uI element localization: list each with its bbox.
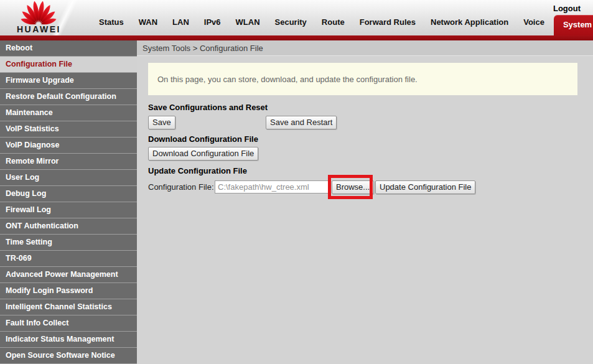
header: HUAWEI Logout StatusWANLANIPv6WLANSecuri… bbox=[0, 0, 593, 35]
tab-security[interactable]: Security bbox=[269, 14, 312, 30]
sidebar-item-ont-authentication[interactable]: ONT Authentication bbox=[0, 218, 137, 235]
sidebar-item-time-setting[interactable]: Time Setting bbox=[0, 235, 137, 251]
logout-button[interactable]: Logout bbox=[553, 4, 581, 13]
sidebar-item-advanced-power-management[interactable]: Advanced Power Management bbox=[0, 267, 137, 283]
tab-wlan[interactable]: WLAN bbox=[230, 14, 266, 30]
page-notice: On this page, you can store, download, a… bbox=[148, 63, 577, 95]
configuration-file-input[interactable] bbox=[215, 180, 329, 194]
update-configuration-file-button[interactable]: Update Configuration File bbox=[375, 180, 475, 194]
tab-forward-rules[interactable]: Forward Rules bbox=[354, 14, 421, 30]
sidebar-item-modify-login-password[interactable]: Modify Login Password bbox=[0, 283, 137, 299]
sidebar-item-voip-diagnose[interactable]: VoIP Diagnose bbox=[0, 138, 137, 154]
tab-ipv6[interactable]: IPv6 bbox=[198, 14, 226, 30]
sidebar-item-restore-default-configuration[interactable]: Restore Default Configuration bbox=[0, 89, 137, 105]
save-section-heading: Save Configurations and Reset bbox=[148, 103, 268, 112]
tab-system-tools[interactable]: System Tools bbox=[554, 15, 593, 35]
download-section-heading: Download Configuration File bbox=[148, 134, 258, 144]
brand-wordmark: HUAWEI bbox=[17, 24, 61, 34]
tab-route[interactable]: Route bbox=[316, 14, 350, 30]
breadcrumb: System Tools > Configuration File bbox=[137, 40, 593, 56]
sidebar-menu: RebootConfiguration FileFirmware Upgrade… bbox=[0, 40, 137, 364]
sidebar-item-maintenance[interactable]: Maintenance bbox=[0, 105, 137, 121]
main-content: On this page, you can store, download, a… bbox=[137, 57, 593, 364]
tab-status[interactable]: Status bbox=[93, 14, 129, 30]
configuration-file-label: Configuration File: bbox=[148, 180, 214, 194]
page: HUAWEI Logout StatusWANLANIPv6WLANSecuri… bbox=[0, 0, 593, 364]
breadcrumb-bar: System Tools > Configuration File bbox=[137, 40, 593, 56]
download-configuration-file-button[interactable]: Download Configuration File bbox=[148, 147, 258, 161]
sidebar-item-indicator-status-management[interactable]: Indicator Status Management bbox=[0, 332, 137, 348]
header-red-bar bbox=[0, 35, 593, 40]
sidebar-item-remote-mirror[interactable]: Remote Mirror bbox=[0, 154, 137, 170]
update-section-heading: Update Configuration File bbox=[148, 166, 247, 175]
sidebar-item-fault-info-collect[interactable]: Fault Info Collect bbox=[0, 315, 137, 332]
tab-wan[interactable]: WAN bbox=[133, 14, 163, 30]
sidebar-item-tr-069[interactable]: TR-069 bbox=[0, 251, 137, 267]
save-and-restart-button[interactable]: Save and Restart bbox=[266, 116, 337, 129]
sidebar-item-firewall-log[interactable]: Firewall Log bbox=[0, 202, 137, 218]
tab-voice[interactable]: Voice bbox=[518, 14, 550, 30]
tab-network-application[interactable]: Network Application bbox=[425, 14, 514, 30]
sidebar-item-open-source-software-notice[interactable]: Open Source Software Notice bbox=[0, 348, 137, 364]
sidebar-item-reboot[interactable]: Reboot bbox=[0, 40, 137, 57]
save-button[interactable]: Save bbox=[148, 116, 175, 129]
sidebar-item-user-log[interactable]: User Log bbox=[0, 170, 137, 186]
tab-lan[interactable]: LAN bbox=[167, 14, 195, 30]
sidebar-item-configuration-file[interactable]: Configuration File bbox=[0, 57, 137, 73]
browse-button[interactable]: Browse... bbox=[332, 180, 374, 194]
sidebar-item-debug-log[interactable]: Debug Log bbox=[0, 186, 137, 202]
sidebar-item-intelligent-channel-statistics[interactable]: Intelligent Channel Statistics bbox=[0, 299, 137, 315]
sidebar-item-firmware-upgrade[interactable]: Firmware Upgrade bbox=[0, 73, 137, 89]
sidebar-item-voip-statistics[interactable]: VoIP Statistics bbox=[0, 121, 137, 138]
nav-tabs: StatusWANLANIPv6WLANSecurityRouteForward… bbox=[93, 14, 593, 30]
